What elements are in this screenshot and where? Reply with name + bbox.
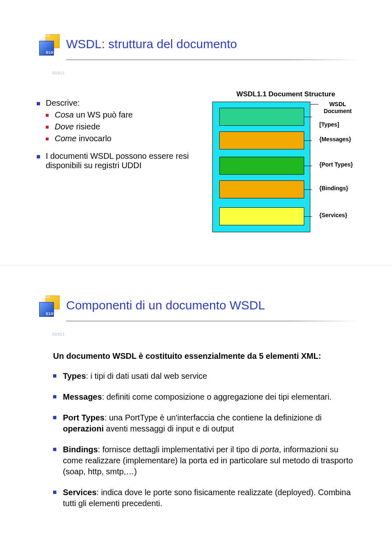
bullet-list: Descrive: Cosa un WS può fare Dove risie… — [37, 98, 200, 170]
bullet-bindings: Bindings: fornisce dettagli implementati… — [53, 444, 359, 477]
bindings-box — [219, 180, 304, 198]
slide-title: WSDL: struttura del documento — [66, 37, 237, 51]
wsdl-document-box — [212, 102, 310, 232]
icon-binary-text: 10110 — [38, 295, 50, 299]
bullet-messages: Messages: definiti come composizione o a… — [53, 391, 359, 402]
bullet-services: Services: indica dove le porte sono fisi… — [53, 487, 359, 509]
types-label: [Types] — [319, 121, 339, 128]
slide-2: 10110 01011 Componenti di un documento W… — [0, 265, 392, 558]
slide-1: 10110 01011 WSDL: struttura del document… — [0, 0, 392, 265]
sub-icon: 01011 — [49, 331, 65, 343]
messages-box — [219, 131, 304, 149]
wsdl-diagram: WSDL Document [Types] {Messages} {Port T… — [212, 102, 359, 236]
icon-binary-text: 10110 — [38, 33, 50, 38]
components-list: Types: i tipi di dati usati dal web serv… — [53, 371, 359, 509]
port-types-box — [219, 157, 304, 175]
port-types-label: {Port Types} — [319, 161, 353, 168]
slide-icon: 10110 01011 — [37, 294, 62, 317]
bullet-types: Types: i tipi di dati usati dal web serv… — [53, 371, 359, 382]
intro-text: Un documento WSDL è costituito essenzial… — [53, 351, 359, 361]
diagram-title: WSDL1.1 Document Structure — [212, 90, 359, 98]
services-box — [219, 207, 304, 225]
types-box — [219, 108, 304, 126]
sub-icon: 01011 — [49, 70, 65, 82]
slide-title: Componenti di un documento WSDL — [66, 298, 265, 312]
sub-bullet: Come invocarlo — [46, 134, 200, 143]
slide-icon: 10110 01011 — [37, 33, 62, 56]
bindings-label: {Bindings} — [319, 185, 348, 191]
sub-bullet: Dove risiede — [46, 122, 200, 131]
title-rule — [66, 321, 359, 321]
messages-label: {Messages} — [319, 136, 351, 142]
sub-bullet: Cosa un WS può fare — [46, 110, 200, 120]
services-label: {Services} — [319, 212, 347, 218]
wsdl-document-label: WSDL Document — [319, 101, 356, 115]
bullet-describe: Descrive: Cosa un WS può fare Dove risie… — [37, 98, 200, 143]
bullet-uddi: I documenti WSDL possono essere resi dis… — [37, 151, 200, 170]
bullet-port-types: Port Types: una PortType è un'interfacci… — [53, 412, 359, 434]
icon-binary-text: 01011 — [46, 312, 58, 316]
title-rule — [66, 60, 359, 60]
icon-binary-text: 01011 — [46, 51, 58, 55]
